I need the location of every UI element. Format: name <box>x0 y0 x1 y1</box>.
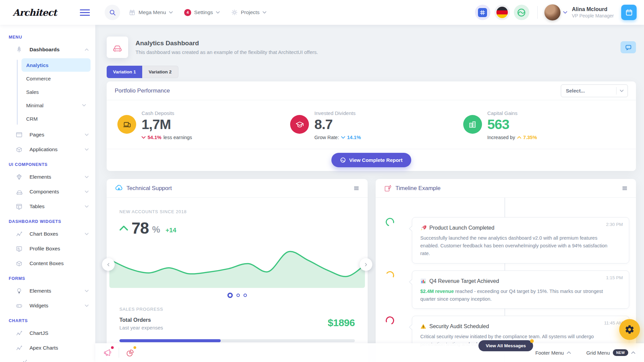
timeline-time: 1:15 PM <box>606 275 623 280</box>
sidebar-item-elements[interactable]: Elements <box>0 170 95 184</box>
sales-progress-bar <box>119 339 355 342</box>
card-menu-icon[interactable] <box>353 185 360 191</box>
sidebar-item-chart-boxes[interactable]: Chart Boxes <box>0 227 95 241</box>
card-menu-icon[interactable] <box>622 185 628 191</box>
sidebar-heading-dashboard-widgets: DASHBOARD WIDGETS <box>9 219 95 224</box>
accounts-delta: +14 <box>165 227 176 234</box>
chevron-up-icon <box>85 48 89 51</box>
carousel-dot-1[interactable] <box>227 293 233 298</box>
carousel-next-button[interactable] <box>360 258 372 271</box>
sidebar-item-commerce[interactable]: Commerce <box>21 72 91 85</box>
cube-icon <box>15 146 23 153</box>
sidebar-item-widgets[interactable]: Widgets <box>0 298 95 313</box>
timeline-card: Timeline Example 2:30 PM Product Launch … <box>376 179 636 362</box>
theme-button[interactable] <box>514 5 529 20</box>
portfolio-card-header: Portfolio Performance Select... <box>107 81 636 100</box>
sidebar-item-chartjs[interactable]: ChartJS <box>0 326 95 341</box>
sidebar-item-pages[interactable]: Pages <box>0 127 95 142</box>
chart-line-icon <box>15 344 23 352</box>
grid-menu-button[interactable]: Grid Menu NEW <box>586 349 635 356</box>
chevron-down-icon <box>85 205 89 208</box>
timeline-time: 2:30 PM <box>606 222 623 227</box>
sidebar-item-sales[interactable]: Sales <box>21 85 91 99</box>
carousel-dot-3[interactable] <box>244 294 247 297</box>
megaphone-icon[interactable] <box>103 348 113 358</box>
sidebar-item-analytics[interactable]: Analytics <box>21 58 91 72</box>
tab-variation-2[interactable]: Variation 2 <box>142 66 178 78</box>
chevron-up-icon <box>119 225 128 231</box>
orders-subtitle: Last year expenses <box>119 325 163 330</box>
portfolio-select[interactable]: Select... <box>561 84 628 97</box>
spinner-green-icon <box>384 216 395 228</box>
rocket-emoji-icon <box>420 225 426 231</box>
metric-status: Grow Rate: 14.1% <box>314 135 361 140</box>
chevron-down-icon <box>85 304 89 307</box>
timeline-message[interactable]: 2:30 PM Product Launch Completed Success… <box>412 217 629 263</box>
sidebar-item-partial-icon <box>0 359 95 362</box>
chevron-down-icon <box>85 190 89 193</box>
sidebar-item-apex-charts[interactable]: Apex Charts <box>0 341 95 355</box>
user-name: Alina Mclourd <box>572 6 614 12</box>
settings-fab-button[interactable] <box>619 319 640 340</box>
user-avatar[interactable] <box>544 4 560 20</box>
gamepad-icon <box>15 302 23 309</box>
buildings-icon <box>463 115 482 134</box>
select-divider <box>616 87 616 95</box>
carousel-prev-button[interactable] <box>102 258 115 271</box>
sidebar-item-content-boxes[interactable]: Content Boxes <box>0 256 95 271</box>
chevron-down-icon <box>82 104 86 107</box>
projects-dropdown[interactable]: Projects <box>231 9 266 16</box>
accounts-stat-label: NEW ACCOUNTS SINCE 2018 <box>119 209 355 214</box>
view-complete-report-button[interactable]: View Complete Report <box>331 153 411 167</box>
orders-title: Total Orders <box>119 317 163 323</box>
portfolio-performance-card: Portfolio Performance Select... Cash Dep… <box>107 81 636 171</box>
car-icon <box>15 188 23 196</box>
sidebar-item-form-elements[interactable]: Elements <box>0 284 95 298</box>
timeline-message[interactable]: 1:15 PM Q4 Revenue Target Achieved $2.4M… <box>412 270 629 309</box>
page-title-icon-card <box>107 37 128 58</box>
circle-wave-icon <box>340 157 346 163</box>
chevron-down-icon <box>142 136 146 139</box>
carousel-dot-2[interactable] <box>236 294 240 297</box>
gear-icon <box>625 324 635 335</box>
header-divider <box>537 6 538 19</box>
apps-grid-button[interactable] <box>475 5 490 20</box>
app-footer: Footer Menu Grid Menu NEW <box>95 343 644 362</box>
timeline-entry-title: Q4 Revenue Target Achieved <box>429 278 499 284</box>
devices-icon <box>117 115 136 134</box>
footer-menu-button[interactable]: Footer Menu <box>535 350 571 356</box>
sales-progress-label: SALES PROGRESS <box>119 307 355 312</box>
gear-icon <box>231 9 238 16</box>
accounts-area-chart <box>109 241 365 288</box>
mega-menu-dropdown[interactable]: Mega Menu <box>129 9 173 16</box>
calendar-button[interactable] <box>621 5 637 20</box>
mega-menu-label: Mega Menu <box>139 9 166 15</box>
view-all-messages-button[interactable]: View All Messages <box>478 340 533 351</box>
sidebar-item-applications[interactable]: Applications <box>0 142 95 157</box>
hamburger-menu-icon[interactable] <box>80 9 90 16</box>
page-title-action-button[interactable] <box>621 41 636 53</box>
cloud-download-icon <box>115 184 123 192</box>
spinner-yellow-icon <box>385 270 395 281</box>
sidebar-item-components[interactable]: Components <box>0 184 95 199</box>
chevron-down-icon[interactable] <box>563 11 567 14</box>
chevron-right-icon <box>364 263 369 266</box>
timeline-entry-body: $2.4M revenue reached - exceeding our Q4… <box>420 288 609 303</box>
metric-invested-dividents: Invested Dividents 8.7 Grow Rate: 14.1% <box>285 110 458 140</box>
sidebar-item-crm[interactable]: CRM <box>21 112 91 125</box>
pie-chart-icon[interactable] <box>125 348 135 358</box>
settings-dropdown[interactable]: 4 Settings <box>184 9 220 16</box>
id-card-icon <box>15 245 23 252</box>
search-button[interactable] <box>105 5 120 20</box>
sidebar-item-dashboards[interactable]: Dashboards <box>0 42 95 57</box>
timeline-header: Timeline Example <box>376 179 636 198</box>
sidebar-item-tables[interactable]: Tables <box>0 199 95 214</box>
tab-variation-1[interactable]: Variation 1 <box>107 66 142 78</box>
sidebar-heading-ui-components: UI COMPONENTS <box>9 162 95 167</box>
page-title-bar: Analytics Dashboard This dashboard was c… <box>107 33 636 62</box>
language-button[interactable] <box>494 5 510 20</box>
sidebar-item-minimal[interactable]: Minimal <box>21 99 91 112</box>
sidebar-item-profile-boxes[interactable]: Profile Boxes <box>0 241 95 256</box>
portfolio-card-footer: View Complete Report <box>107 149 636 171</box>
chevron-up-icon <box>631 351 635 354</box>
